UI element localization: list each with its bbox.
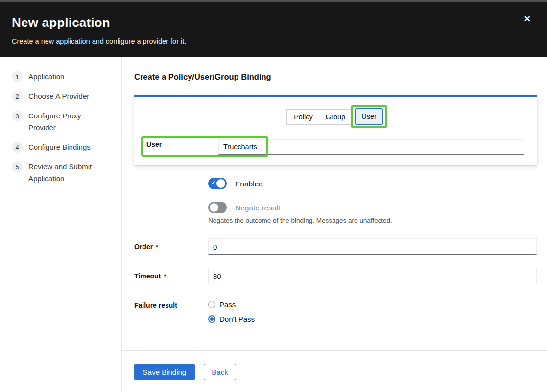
user-select[interactable]: Truecharts xyxy=(218,139,524,155)
required-asterisk: * xyxy=(164,273,166,280)
step-label: Review and Submit Application xyxy=(28,161,103,184)
order-field-label: Order* xyxy=(134,243,158,251)
negate-result-toggle[interactable] xyxy=(208,202,227,213)
new-application-modal: New application Create a new application… xyxy=(0,0,547,392)
order-input[interactable] xyxy=(208,238,537,255)
step-number-badge: 1 xyxy=(12,71,23,82)
timeout-field-label: Timeout* xyxy=(134,272,166,280)
failure-result-label: Failure result xyxy=(134,301,177,309)
page-subtitle: Create a new application and configure a… xyxy=(12,37,186,45)
failure-result-option-dont-pass[interactable]: Don't Pass xyxy=(208,315,255,323)
binding-form-heading: Create a Policy/User/Group Binding xyxy=(134,72,271,82)
tab-group[interactable]: Group xyxy=(320,109,351,125)
step-number-badge: 2 xyxy=(12,91,23,102)
wizard-steps-sidebar: 1 Application 2 Choose A Provider 3 Conf… xyxy=(0,57,122,392)
failure-result-option-pass[interactable]: Pass xyxy=(208,300,236,309)
binding-type-card: Policy Group User User Truecharts xyxy=(134,95,537,165)
page-title: New application xyxy=(12,15,110,30)
enabled-toggle-label: Enabled xyxy=(235,180,263,188)
close-icon[interactable]: ✕ xyxy=(524,15,531,23)
check-icon: ✓ xyxy=(211,180,215,186)
save-binding-button[interactable]: Save Binding xyxy=(134,364,195,380)
modal-header: New application Create a new application… xyxy=(0,2,547,57)
radio-icon[interactable] xyxy=(208,301,215,308)
step-number-badge: 4 xyxy=(12,142,23,153)
timeout-input[interactable] xyxy=(208,268,537,284)
order-label-text: Order xyxy=(134,243,153,251)
sidebar-item-configure-bindings[interactable]: 4 Configure Bindings xyxy=(12,141,113,153)
sidebar-item-configure-proxy-provider[interactable]: 3 Configure Proxy Provider xyxy=(12,110,113,134)
enabled-toggle[interactable]: ✓ xyxy=(208,178,227,189)
sidebar-item-choose-provider[interactable]: 2 Choose A Provider xyxy=(12,91,113,102)
user-select-label: User xyxy=(146,140,162,149)
negate-result-toggle-label: Negate result xyxy=(235,204,280,212)
sidebar-item-application[interactable]: 1 Application xyxy=(12,71,113,83)
step-label: Configure Bindings xyxy=(28,141,91,153)
back-button[interactable]: Back xyxy=(204,364,236,380)
footer-divider xyxy=(122,350,547,351)
step-number-badge: 5 xyxy=(12,161,23,172)
step-label: Application xyxy=(28,71,64,83)
step-label: Choose A Provider xyxy=(28,91,89,102)
negate-result-help-text: Negates the outcome of the binding. Mess… xyxy=(208,217,392,224)
required-asterisk: * xyxy=(156,243,158,251)
tab-user[interactable]: User xyxy=(355,108,383,125)
step-number-badge: 3 xyxy=(12,111,23,121)
timeout-label-text: Timeout xyxy=(134,272,161,280)
radio-icon-selected[interactable] xyxy=(208,315,215,323)
toggle-knob xyxy=(210,203,218,212)
radio-label: Don't Pass xyxy=(219,315,255,323)
sidebar-item-review-submit[interactable]: 5 Review and Submit Application xyxy=(12,161,113,184)
tab-policy[interactable]: Policy xyxy=(286,109,320,125)
toggle-knob xyxy=(216,179,225,188)
step-label: Configure Proxy Provider xyxy=(28,110,103,134)
radio-label: Pass xyxy=(219,300,236,309)
